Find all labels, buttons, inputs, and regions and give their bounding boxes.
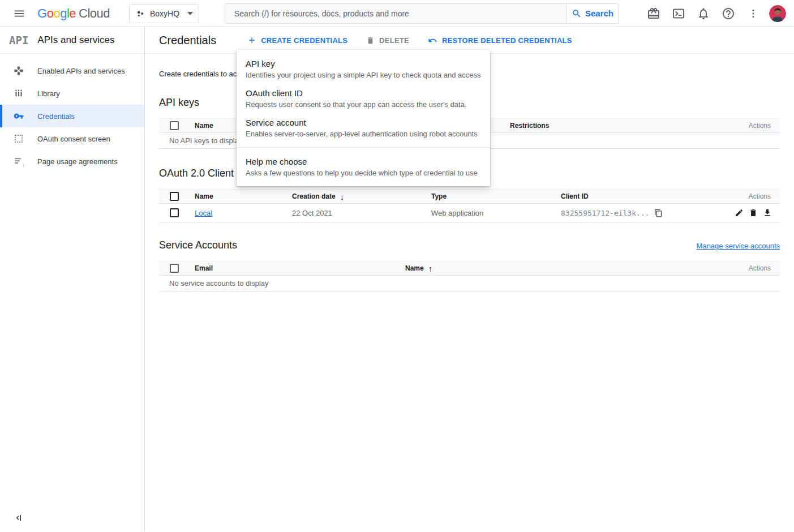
help-icon[interactable]: [717, 2, 740, 25]
google-cloud-logo[interactable]: Google Cloud: [37, 6, 110, 21]
project-icon: [135, 8, 145, 19]
column-header-actions: Actions: [729, 122, 780, 130]
chevron-down-icon: [187, 12, 193, 15]
key-icon: [14, 111, 24, 121]
column-header-type: Type: [431, 192, 561, 200]
library-icon: [14, 88, 24, 98]
menu-divider: [237, 147, 490, 148]
edit-pencil-icon[interactable]: [735, 208, 744, 217]
menu-item-description: Requests user consent so that your app c…: [246, 100, 481, 109]
download-icon[interactable]: [763, 208, 772, 217]
cloud-shell-icon[interactable]: [667, 2, 690, 25]
select-all-checkbox[interactable]: [170, 192, 179, 201]
oauth-client-name-link[interactable]: Local: [195, 209, 292, 217]
page-title: Credentials: [159, 34, 216, 47]
search-icon: [572, 8, 582, 19]
menu-item-description: Asks a few questions to help you decide …: [246, 169, 481, 178]
agreements-list-gear-icon: [14, 156, 24, 166]
create-credentials-label: CREATE CREDENTIALS: [261, 36, 347, 45]
menu-item-api-key[interactable]: API key Identifies your project using a …: [237, 54, 490, 84]
menu-item-title: OAuth client ID: [246, 88, 481, 99]
oauth-clients-table: Name Creation date ↓ Type Client ID Acti…: [159, 189, 780, 222]
project-name: BoxyHQ: [150, 9, 179, 18]
dashboard-icon: [14, 66, 24, 76]
delete-trash-icon[interactable]: [749, 208, 758, 217]
row-checkbox[interactable]: [170, 208, 179, 217]
copy-icon[interactable]: [654, 209, 663, 217]
sidebar-item-library[interactable]: Library: [0, 82, 144, 105]
sidebar-item-enabled-apis[interactable]: Enabled APIs and services: [0, 59, 144, 82]
sidebar-item-label: OAuth consent screen: [37, 135, 110, 143]
column-header-email: Email: [195, 264, 405, 272]
name-label: Name: [405, 264, 424, 272]
api-product-logo: API: [9, 34, 28, 46]
project-selector[interactable]: BoxyHQ: [129, 4, 199, 23]
search-button-label: Search: [585, 8, 613, 18]
oauth-client-row: Local 22 Oct 2021 Web application 832559…: [159, 204, 780, 222]
column-header-name[interactable]: Name ↑: [405, 264, 729, 273]
user-avatar[interactable]: [769, 5, 786, 22]
more-options-icon[interactable]: [742, 2, 765, 25]
create-credentials-button[interactable]: CREATE CREDENTIALS: [247, 36, 347, 45]
menu-item-help-me-choose[interactable]: Help me choose Asks a few questions to h…: [237, 152, 490, 182]
menu-item-title: Help me choose: [246, 156, 481, 168]
sidebar: API APIs and services Enabled APIs and s…: [0, 27, 145, 531]
trash-icon: [366, 36, 375, 45]
sidebar-title: APIs and services: [37, 35, 114, 46]
search-button[interactable]: Search: [566, 3, 619, 24]
select-all-checkbox[interactable]: [170, 264, 179, 273]
menu-item-title: Service account: [246, 117, 481, 128]
menu-item-description: Enables server-to-server, app-level auth…: [246, 130, 481, 139]
menu-item-oauth-client-id[interactable]: OAuth client ID Requests user consent so…: [237, 84, 490, 113]
column-header-restrictions: Restrictions: [510, 122, 729, 130]
search-input[interactable]: [225, 3, 566, 24]
oauth-client-id-value: 83255951712-eil3k...: [561, 209, 650, 217]
logo-letter: o: [53, 6, 60, 21]
delete-label: DELETE: [379, 36, 409, 45]
column-header-client-id: Client ID: [561, 192, 729, 200]
logo-cloud-word: Cloud: [79, 6, 110, 21]
restore-deleted-credentials-button[interactable]: RESTORE DELETED CREDENTIALS: [428, 36, 572, 45]
create-credentials-menu: API key Identifies your project using a …: [237, 50, 490, 186]
notifications-bell-icon[interactable]: [692, 2, 715, 25]
menu-hamburger-icon[interactable]: [12, 7, 26, 20]
logo-letter: g: [60, 6, 67, 21]
oauth-client-type: Web application: [431, 209, 561, 217]
menu-item-title: API key: [246, 58, 481, 70]
oauth-client-creation-date: 22 Oct 2021: [292, 209, 431, 217]
plus-icon: [247, 36, 256, 45]
oauth-table-header: Name Creation date ↓ Type Client ID Acti…: [159, 189, 780, 204]
sort-ascending-icon: ↑: [428, 264, 433, 273]
service-accounts-empty-state: No service accounts to display: [159, 276, 780, 291]
service-accounts-heading: Service Accounts: [159, 239, 237, 251]
sidebar-item-label: Enabled APIs and services: [37, 67, 125, 75]
menu-item-description: Identifies your project using a simple A…: [246, 71, 481, 80]
column-header-creation-date[interactable]: Creation date ↓: [292, 192, 431, 201]
column-header-name: Name: [195, 192, 292, 200]
logo-letter: e: [69, 6, 76, 21]
sidebar-item-label: Credentials: [37, 112, 75, 121]
delete-button[interactable]: DELETE: [366, 36, 409, 45]
sidebar-item-page-usage[interactable]: Page usage agreements: [0, 150, 144, 173]
column-header-actions: Actions: [729, 192, 780, 200]
restore-label: RESTORE DELETED CREDENTIALS: [442, 36, 572, 45]
sidebar-item-label: Page usage agreements: [37, 157, 118, 166]
sidebar-item-credentials[interactable]: Credentials: [0, 105, 144, 127]
select-all-checkbox[interactable]: [170, 121, 179, 130]
top-bar: Google Cloud BoxyHQ Search: [0, 0, 794, 27]
gift-icon[interactable]: [642, 2, 665, 25]
consent-screen-icon: [14, 134, 24, 144]
manage-service-accounts-link[interactable]: Manage service accounts: [697, 242, 780, 250]
creation-date-label: Creation date: [292, 192, 336, 200]
service-accounts-table: Email Name ↑ Actions No service accounts…: [159, 261, 780, 291]
menu-item-service-account[interactable]: Service account Enables server-to-server…: [237, 113, 490, 143]
sidebar-item-oauth-consent[interactable]: OAuth consent screen: [0, 127, 144, 150]
logo-letter: G: [37, 6, 47, 21]
search-bar: Search: [225, 3, 619, 24]
undo-restore-icon: [428, 36, 437, 45]
service-accounts-table-header: Email Name ↑ Actions: [159, 261, 780, 276]
collapse-sidebar-icon[interactable]: [12, 512, 24, 524]
sidebar-item-label: Library: [37, 89, 60, 98]
sidebar-header: API APIs and services: [0, 27, 144, 54]
sort-descending-icon: ↓: [340, 192, 345, 201]
